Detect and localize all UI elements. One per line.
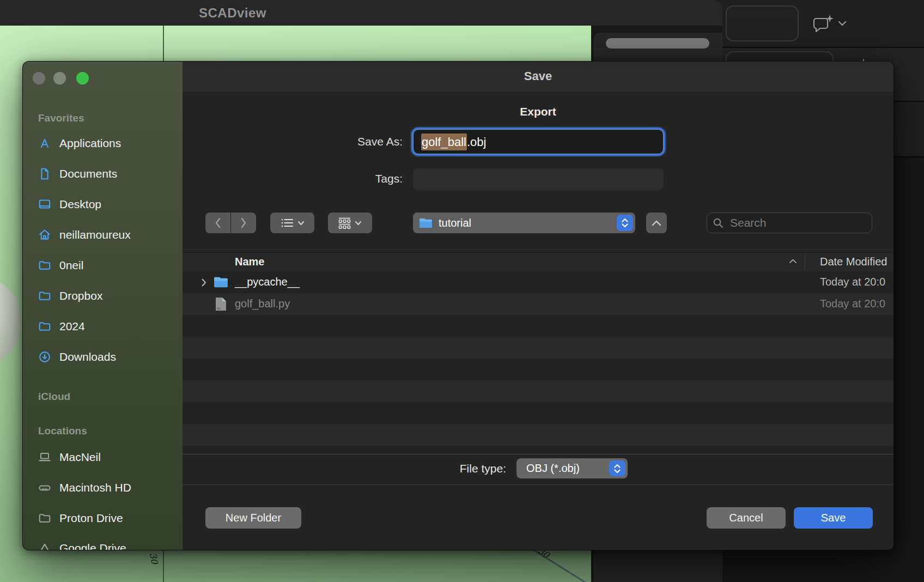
list-header-row: Name Date Modified <box>183 252 893 272</box>
sidebar-item-label: Applications <box>59 137 121 150</box>
column-header-name[interactable]: Name <box>235 256 264 268</box>
tags-input[interactable] <box>413 168 664 190</box>
window-minimize-button[interactable] <box>53 72 66 84</box>
file-type-value: OBJ (*.obj) <box>526 462 609 475</box>
file-row-golf-ball-py[interactable]: golf_ball.py Today at 20:0 <box>183 293 893 315</box>
sidebar-item-label: Google Drive <box>59 542 126 550</box>
sidebar-item-label: Documents <box>59 167 117 180</box>
file-type-stepper-icon <box>609 460 625 476</box>
appstore-icon <box>37 136 52 151</box>
sort-ascending-icon[interactable] <box>789 258 797 264</box>
laptop-icon <box>37 450 52 465</box>
sidebar-item-documents[interactable]: Documents <box>31 159 174 189</box>
disclosure-chevron-icon[interactable] <box>202 278 206 287</box>
folder-icon <box>419 217 433 228</box>
filename-selected-text: golf_ball <box>421 134 467 150</box>
current-folder-dropdown[interactable]: tutorial <box>413 213 635 233</box>
grid-view-icon <box>338 217 351 229</box>
search-icon <box>713 217 724 229</box>
sidebar-section-locations: Locations <box>38 425 87 437</box>
file-date: Today at 20:0 <box>820 298 885 310</box>
sidebar-item-dropbox[interactable]: Dropbox <box>31 281 174 311</box>
folder-icon <box>37 511 52 526</box>
dialog-sidebar: Favorites Applications Documents Desktop <box>23 62 183 550</box>
desktop-icon <box>37 197 52 212</box>
sidebar-item-label: neillamoureux <box>59 228 131 241</box>
folder-icon <box>37 319 52 334</box>
save-as-label: Save As: <box>294 135 403 148</box>
chevron-left-icon <box>216 219 220 227</box>
save-button[interactable]: Save <box>794 507 873 529</box>
filename-extension-text: .obj <box>467 135 486 149</box>
scadview-titlebar: SCADview <box>0 0 722 26</box>
search-field[interactable] <box>707 213 872 233</box>
axis-tick-label: 30 <box>148 552 160 565</box>
panel-slider-handle[interactable] <box>606 38 709 48</box>
sidebar-item-desktop[interactable]: Desktop <box>31 189 174 220</box>
folder-icon <box>214 276 228 288</box>
save-dialog: Favorites Applications Documents Desktop <box>22 61 894 550</box>
list-view-icon <box>281 217 294 228</box>
cancel-button[interactable]: Cancel <box>707 507 786 529</box>
file-row-pycache[interactable]: __pycache__ Today at 20:0 <box>183 271 893 293</box>
file-type-label: File type: <box>368 462 506 475</box>
file-name: __pycache__ <box>235 276 300 288</box>
sidebar-item-macintosh-hd[interactable]: Macintosh HD <box>31 472 174 503</box>
file-type-dropdown[interactable]: OBJ (*.obj) <box>516 458 628 478</box>
document-icon <box>37 166 52 181</box>
download-icon <box>37 349 52 365</box>
window-close-button[interactable] <box>33 72 45 84</box>
sidebar-item-0neil[interactable]: 0neil <box>31 250 174 281</box>
app-title: SCADview <box>0 5 465 21</box>
gdrive-icon <box>37 541 52 550</box>
python-file-icon <box>215 297 227 311</box>
harddrive-icon <box>37 480 52 495</box>
file-list: __pycache__ Today at 20:0 golf_ball.py T… <box>183 271 893 454</box>
search-input[interactable] <box>729 216 862 230</box>
sidebar-item-home[interactable]: neillamoureux <box>31 220 174 250</box>
home-icon <box>37 227 52 242</box>
current-folder-label: tutorial <box>439 217 611 229</box>
tags-label: Tags: <box>294 172 403 185</box>
chevron-down-icon <box>297 221 305 226</box>
window-zoom-button[interactable] <box>76 72 89 84</box>
file-date: Today at 20:0 <box>820 276 885 288</box>
sidebar-item-google-drive[interactable]: Google Drive <box>31 533 174 550</box>
list-view-button[interactable] <box>270 213 314 233</box>
chevron-right-icon <box>242 219 245 227</box>
dialog-main-pane: Save Export Save As: golf_ball.obj Tags: <box>183 62 893 550</box>
back-button[interactable] <box>205 213 230 233</box>
sidebar-item-label: Desktop <box>59 198 101 211</box>
parent-folder-button[interactable] <box>646 213 667 233</box>
overlay-prompt-input-1[interactable] <box>726 5 799 41</box>
folder-icon <box>37 288 52 304</box>
ai-chat-sparkle-icon[interactable] <box>812 14 835 34</box>
footer-divider <box>183 484 893 485</box>
sidebar-item-downloads[interactable]: Downloads <box>31 342 174 372</box>
sidebar-item-proton-drive[interactable]: Proton Drive <box>31 503 174 534</box>
sidebar-item-label: Macintosh HD <box>59 481 131 494</box>
sidebar-item-label: Downloads <box>59 350 116 363</box>
chevron-down-icon[interactable] <box>838 21 847 26</box>
new-folder-button[interactable]: New Folder <box>205 507 301 529</box>
sidebar-item-label: 2024 <box>59 320 85 333</box>
sidebar-item-label: Proton Drive <box>59 512 123 525</box>
sidebar-item-applications[interactable]: Applications <box>31 128 174 159</box>
column-header-date-modified[interactable]: Date Modified <box>820 256 887 268</box>
dialog-subtitle: Export <box>183 105 893 118</box>
grid-view-button[interactable] <box>328 213 372 233</box>
sidebar-item-2024[interactable]: 2024 <box>31 311 174 342</box>
filename-input[interactable]: golf_ball.obj <box>413 129 664 154</box>
sidebar-item-label: MacNeil <box>59 451 101 464</box>
sidebar-section-icloud: iCloud <box>38 391 70 403</box>
sidebar-item-label: Dropbox <box>59 289 102 302</box>
chevron-up-icon <box>653 221 660 225</box>
sidebar-item-macneil[interactable]: MacNeil <box>31 442 174 472</box>
dialog-titlebar: Save <box>183 62 893 93</box>
golf-ball-model <box>0 275 22 368</box>
folder-stepper-icon <box>617 215 633 231</box>
forward-button[interactable] <box>231 213 256 233</box>
chevron-down-icon <box>355 221 362 226</box>
folder-icon <box>37 258 52 273</box>
column-divider[interactable] <box>805 254 805 271</box>
